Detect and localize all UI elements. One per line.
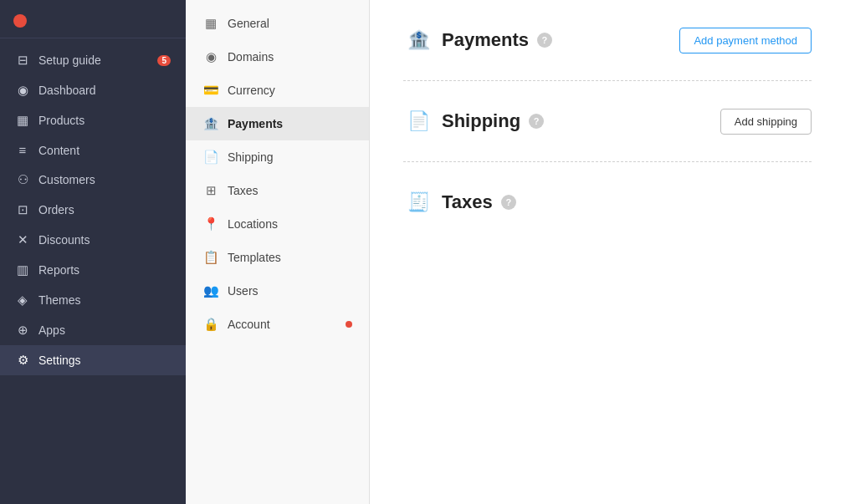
sidebar-item-label-dashboard: Dashboard	[38, 84, 96, 97]
settings-nav-item-account[interactable]: 🔒Account	[186, 308, 369, 341]
settings-domains-icon: ◉	[202, 48, 219, 65]
setup-guide-badge: 5	[157, 55, 171, 66]
customers-icon: ⚇	[15, 172, 30, 187]
section-taxes-icon: 🧾	[403, 187, 433, 217]
section-header-payments: 🏦Payments?Add payment method	[403, 25, 812, 55]
section-payments-button[interactable]: Add payment method	[679, 28, 812, 53]
sidebar-item-themes[interactable]: ◈Themes	[0, 285, 186, 315]
orders-icon: ⊡	[15, 202, 30, 217]
section-shipping-icon: 📄	[403, 106, 433, 136]
settings-account-icon: 🔒	[202, 316, 219, 333]
settings-nav-item-currency[interactable]: 💳Currency	[186, 74, 369, 107]
sidebar-item-label-apps: Apps	[38, 323, 65, 337]
user-badge	[13, 14, 27, 28]
sidebar-item-label-setup-guide: Setup guide	[38, 53, 101, 67]
sidebar-item-label-discounts: Discounts	[38, 233, 90, 247]
section-payments-title: Payments	[442, 29, 529, 51]
section-shipping-button[interactable]: Add shipping	[720, 109, 812, 135]
settings-nav-label-locations: Locations	[228, 217, 278, 231]
settings-nav-label-users: Users	[228, 284, 259, 298]
settings-users-icon: 👥	[202, 283, 219, 299]
settings-nav-item-shipping[interactable]: 📄Shipping	[186, 140, 369, 174]
section-shipping: 📄Shipping?Add shipping	[403, 81, 812, 162]
settings-icon: ⚙	[15, 353, 30, 368]
section-title-group-taxes: 🧾Taxes?	[403, 187, 516, 217]
section-header-taxes: 🧾Taxes?	[403, 187, 812, 217]
settings-nav-item-users[interactable]: 👥Users	[186, 274, 369, 308]
settings-nav-item-payments[interactable]: 🏦Payments	[186, 107, 369, 140]
sidebar-item-label-orders: Orders	[38, 203, 74, 216]
section-header-shipping: 📄Shipping?Add shipping	[403, 106, 812, 136]
settings-nav-label-taxes: Taxes	[228, 184, 259, 197]
sidebar: ⊟Setup guide5◉Dashboard▦Products≡Content…	[0, 0, 186, 504]
setup-guide-icon: ⊟	[15, 53, 30, 68]
section-title-group-payments: 🏦Payments?	[403, 25, 552, 55]
settings-payments-icon: 🏦	[202, 115, 219, 132]
dashboard-icon: ◉	[15, 83, 30, 98]
settings-nav-label-currency: Currency	[228, 84, 275, 97]
settings-currency-icon: 💳	[202, 82, 219, 99]
sidebar-item-products[interactable]: ▦Products	[0, 105, 186, 135]
settings-nav-item-taxes[interactable]: ⊞Taxes	[186, 174, 369, 207]
sidebar-item-discounts[interactable]: ✕Discounts	[0, 225, 186, 255]
settings-nav-label-account: Account	[228, 318, 270, 331]
sidebar-item-settings[interactable]: ⚙Settings	[0, 345, 186, 375]
section-payments-help-icon[interactable]: ?	[537, 33, 552, 48]
section-taxes-title: Taxes	[442, 191, 493, 213]
sidebar-item-reports[interactable]: ▥Reports	[0, 255, 186, 285]
content-icon: ≡	[15, 143, 30, 157]
section-taxes: 🧾Taxes?	[403, 162, 812, 242]
sidebar-item-content[interactable]: ≡Content	[0, 135, 186, 165]
main-content: 🏦Payments?Add payment method📄Shipping?Ad…	[370, 0, 845, 504]
settings-nav-label-shipping: Shipping	[228, 150, 274, 164]
settings-nav-item-domains[interactable]: ◉Domains	[186, 40, 369, 74]
discounts-icon: ✕	[15, 232, 30, 247]
sidebar-item-setup-guide[interactable]: ⊟Setup guide5	[0, 45, 186, 75]
themes-icon: ◈	[15, 293, 30, 308]
settings-nav-label-domains: Domains	[228, 50, 274, 64]
section-shipping-help-icon[interactable]: ?	[529, 114, 544, 129]
settings-locations-icon: 📍	[202, 216, 219, 232]
account-dot-badge	[346, 321, 352, 328]
section-payments: 🏦Payments?Add payment method	[403, 0, 812, 81]
section-title-group-shipping: 📄Shipping?	[403, 106, 544, 136]
sidebar-item-label-content: Content	[38, 144, 79, 157]
products-icon: ▦	[15, 113, 30, 128]
sidebar-item-label-settings: Settings	[38, 354, 81, 367]
section-payments-icon: 🏦	[403, 25, 433, 55]
settings-nav-item-general[interactable]: ▦General	[186, 7, 369, 40]
sidebar-item-orders[interactable]: ⊡Orders	[0, 195, 186, 225]
reports-icon: ▥	[15, 262, 30, 277]
settings-taxes-icon: ⊞	[202, 182, 219, 199]
section-shipping-title: Shipping	[442, 110, 520, 132]
section-taxes-help-icon[interactable]: ?	[501, 195, 516, 210]
sidebar-item-label-reports: Reports	[38, 263, 79, 277]
sidebar-item-customers[interactable]: ⚇Customers	[0, 165, 186, 195]
sidebar-item-apps[interactable]: ⊕Apps	[0, 315, 186, 345]
sidebar-item-label-themes: Themes	[38, 293, 81, 307]
settings-nav-item-templates[interactable]: 📋Templates	[186, 241, 369, 274]
sidebar-item-label-products: Products	[38, 114, 84, 127]
sidebar-nav: ⊟Setup guide5◉Dashboard▦Products≡Content…	[0, 38, 186, 504]
sidebar-item-label-customers: Customers	[38, 173, 95, 186]
settings-nav-label-payments: Payments	[228, 117, 283, 130]
settings-sub-nav: ▦General◉Domains💳Currency🏦Payments📄Shipp…	[186, 0, 370, 504]
settings-nav-label-templates: Templates	[228, 251, 281, 264]
apps-icon: ⊕	[15, 323, 30, 338]
settings-templates-icon: 📋	[202, 249, 219, 266]
sidebar-item-dashboard[interactable]: ◉Dashboard	[0, 75, 186, 105]
settings-nav-item-locations[interactable]: 📍Locations	[186, 207, 369, 241]
settings-general-icon: ▦	[202, 15, 219, 32]
sidebar-header[interactable]	[0, 0, 186, 38]
settings-shipping-icon: 📄	[202, 149, 219, 165]
settings-nav-label-general: General	[228, 17, 269, 30]
